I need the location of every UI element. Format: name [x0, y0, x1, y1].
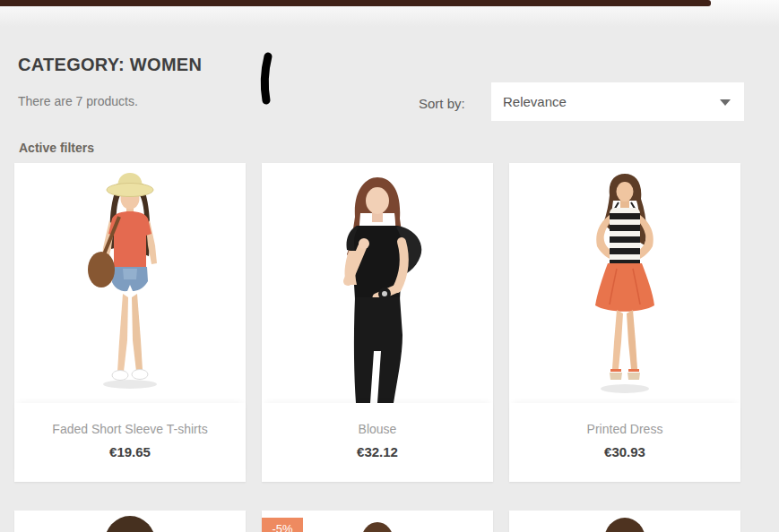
model-head-illustration: [604, 518, 645, 532]
product-card[interactable]: [14, 511, 246, 532]
product-price: €30.93: [604, 444, 645, 459]
sort-by-value: Relevance: [503, 82, 567, 121]
discount-badge: -5%: [262, 518, 303, 532]
product-image[interactable]: [14, 163, 246, 403]
product-card[interactable]: Blouse €32.12: [262, 163, 493, 482]
category-page: CATEGORY: WOMEN There are 7 products. So…: [0, 0, 779, 532]
product-image: [509, 511, 740, 532]
pen-annotation-icon: [257, 51, 277, 107]
product-card[interactable]: -5%: [262, 511, 493, 532]
product-caption: Faded Short Sleeve T-shirts €19.65: [14, 403, 246, 482]
model-head-illustration: [104, 516, 156, 532]
product-image[interactable]: [509, 163, 740, 403]
sort-by-select[interactable]: Relevance: [491, 82, 744, 121]
product-price: €32.12: [357, 444, 398, 459]
product-caption: Blouse €32.12: [262, 403, 493, 482]
model-tshirt-illustration: [14, 163, 246, 403]
product-count: There are 7 products.: [18, 94, 138, 108]
product-name-link[interactable]: Blouse: [262, 422, 493, 436]
model-printed-dress-illustration: [509, 163, 740, 403]
product-name-link[interactable]: Faded Short Sleeve T-shirts: [14, 422, 246, 436]
sort-by-label: Sort by:: [419, 96, 465, 111]
product-card[interactable]: Faded Short Sleeve T-shirts €19.65: [14, 163, 246, 482]
product-image[interactable]: [262, 163, 493, 403]
model-blouse-illustration: [262, 163, 493, 403]
product-card[interactable]: [509, 511, 740, 532]
top-dark-bar: [0, 0, 711, 6]
product-price: €19.65: [109, 444, 151, 459]
model-head-illustration: [361, 522, 394, 532]
product-card[interactable]: Printed Dress €30.93: [509, 163, 740, 482]
product-name-link[interactable]: Printed Dress: [509, 422, 740, 436]
page-title: CATEGORY: WOMEN: [18, 55, 202, 75]
active-filters-heading: Active filters: [19, 141, 94, 155]
chevron-down-icon: [720, 99, 731, 106]
product-caption: Printed Dress €30.93: [509, 403, 740, 482]
product-image: [14, 511, 246, 532]
